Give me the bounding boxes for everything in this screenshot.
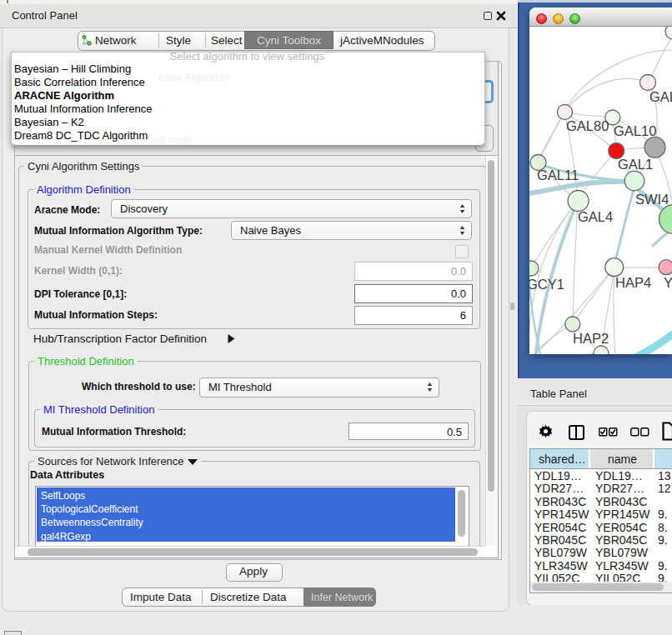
svg-text:GAL11: GAL11: [537, 168, 579, 182]
svg-text:Y: Y: [664, 275, 672, 290]
svg-text:GAL80: GAL80: [566, 118, 609, 133]
svg-text:GAL4: GAL4: [578, 209, 613, 224]
svg-text:GAL1: GAL1: [618, 157, 653, 172]
svg-text:HAP4: HAP4: [615, 275, 651, 290]
svg-text:GCY1: GCY1: [529, 277, 564, 292]
svg-text:SWI4: SWI4: [635, 192, 669, 207]
svg-text:GAL10: GAL10: [614, 123, 656, 138]
svg-text:HAP2: HAP2: [573, 331, 609, 346]
svg-text:GAL: GAL: [649, 89, 672, 104]
